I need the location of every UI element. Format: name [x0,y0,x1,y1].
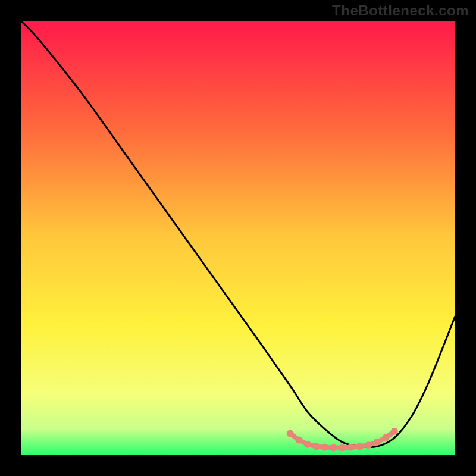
marker-dot [374,439,381,446]
marker-dot [347,444,355,451]
marker-dot [365,441,372,449]
marker-dot [339,444,346,452]
marker-dot [295,436,302,443]
marker-dot [312,443,320,450]
marker-dot [287,430,294,437]
gradient-background [21,21,455,455]
chart-svg [21,21,455,455]
marker-dot [356,443,363,450]
marker-dot [321,444,328,451]
marker-dot [304,441,311,448]
marker-dot [330,444,337,452]
marker-dot [382,434,389,441]
marker-dot [391,428,398,435]
watermark-text: TheBottleneck.com [332,2,469,19]
plot-area [21,21,455,455]
chart-frame: TheBottleneck.com [0,0,476,476]
